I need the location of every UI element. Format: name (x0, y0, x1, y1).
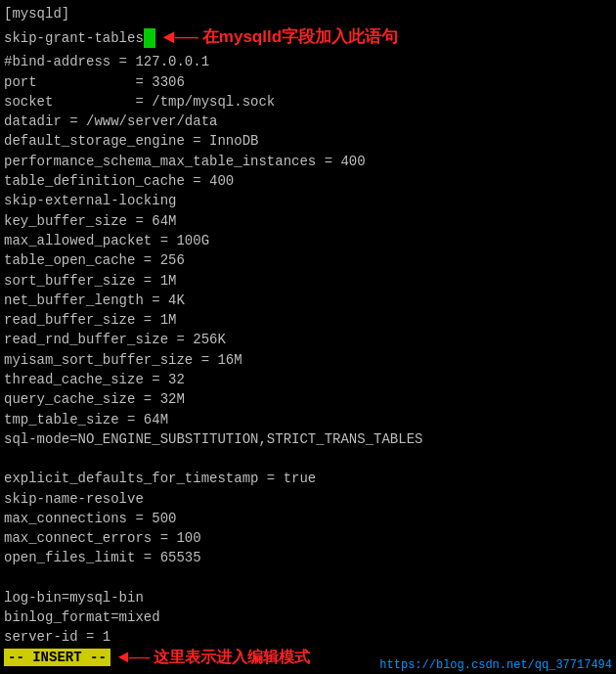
empty-line-1 (4, 449, 612, 469)
line-skip-ext: skip-external-locking (4, 191, 612, 210)
line-mysqld: [mysqld] (4, 4, 612, 23)
line-max-conn: max_connections = 500 (4, 509, 612, 528)
url-label: https://blog.csdn.net/qq_37717494 (379, 658, 612, 672)
line-server-id: server-id = 1 (4, 627, 612, 647)
highlight-cursor (144, 28, 155, 48)
line-binlog-format: binlog_format=mixed (4, 607, 612, 627)
arrow-bottom: ◄—— (118, 648, 150, 667)
line-read-rnd-buf: read_rnd_buffer_size = 256K (4, 330, 612, 349)
line-socket: socket = /tmp/mysql.sock (4, 92, 612, 112)
line-net-buf: net_buffer_length = 4K (4, 291, 612, 310)
line-max-conn-err: max_connect_errors = 100 (4, 528, 612, 548)
arrow-top: ◄—— (163, 23, 198, 52)
line-read-buf: read_buffer_size = 1M (4, 310, 612, 330)
annotation-bottom: 这里表示进入编辑模式 (154, 648, 310, 668)
line-bind-address: #bind-address = 127.0.0.1 (4, 52, 612, 71)
line-datadir: datadir = /www/server/data (4, 112, 612, 131)
line-perf-schema: performance_schema_max_table_instances =… (4, 152, 612, 171)
line-table-def-cache: table_definition_cache = 400 (4, 171, 612, 191)
line-thread-cache: thread_cache_size = 32 (4, 370, 612, 389)
line-query-cache: query_cache_size = 32M (4, 389, 612, 409)
line-tmp-table: tmp_table_size = 64M (4, 410, 612, 429)
line-skip-name: skip-name-resolve (4, 489, 612, 509)
line-open-files: open_files_limit = 65535 (4, 548, 612, 567)
skip-grant-text: skip-grant-tables (4, 28, 144, 48)
line-sql-mode: sql-mode=NO_ENGINE_SUBSTITUTION,STRICT_T… (4, 429, 612, 449)
line-explicit-defaults: explicit_defaults_for_timestamp = true (4, 469, 612, 488)
line-max-allowed: max_allowed_packet = 100G (4, 231, 612, 250)
mysqld-bracket: [mysqld] (4, 4, 69, 23)
line-table-open-cache: table_open_cache = 256 (4, 250, 612, 270)
empty-line-2 (4, 568, 612, 588)
line-default-storage: default_storage_engine = InnoDB (4, 131, 612, 151)
line-log-bin: log-bin=mysql-bin (4, 588, 612, 607)
annotation-top: 在mysqlld字段加入此语句 (202, 25, 398, 50)
line-key-buf: key_buffer_size = 64M (4, 211, 612, 231)
line-skip-grant: skip-grant-tables ◄—— 在mysqlld字段加入此语句 (4, 23, 612, 52)
line-myisam-sort: myisam_sort_buffer_size = 16M (4, 350, 612, 370)
line-sort-buf: sort_buffer_size = 1M (4, 271, 612, 291)
terminal-window: [mysqld] skip-grant-tables ◄—— 在mysqlld字… (0, 0, 616, 674)
line-port: port = 3306 (4, 72, 612, 92)
insert-bar-text: -- INSERT -- (4, 649, 110, 666)
